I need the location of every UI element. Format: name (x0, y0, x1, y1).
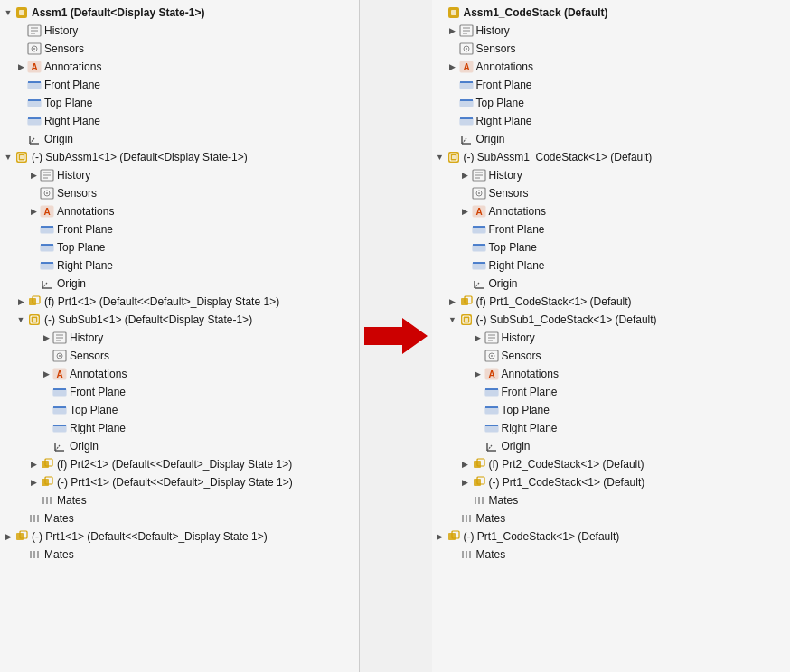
tree-toggle[interactable]: ▶ (40, 331, 52, 344)
tree-toggle[interactable] (27, 259, 40, 272)
tree-item[interactable]: History (0, 22, 359, 40)
tree-toggle[interactable] (447, 42, 459, 55)
tree-toggle[interactable] (27, 277, 40, 290)
tree-item[interactable]: ▼(-) SubSub1<1> (Default<Display State-1… (0, 311, 359, 329)
tree-item[interactable]: ▶AAnnotations (0, 365, 359, 383)
tree-toggle[interactable] (447, 97, 459, 109)
tree-item[interactable]: ▶History (432, 166, 791, 184)
tree-item[interactable]: Front Plane (432, 220, 791, 238)
tree-toggle[interactable] (14, 548, 27, 561)
tree-toggle[interactable]: ▼ (14, 313, 27, 326)
tree-toggle[interactable]: ▶ (27, 205, 40, 218)
tree-toggle[interactable] (434, 6, 447, 19)
tree-item[interactable]: ▶AAnnotations (432, 365, 791, 383)
tree-toggle[interactable]: ▶ (40, 368, 52, 380)
tree-toggle[interactable]: ▼ (2, 6, 14, 19)
tree-item[interactable]: Origin (0, 130, 359, 148)
tree-toggle[interactable] (472, 422, 484, 434)
tree-toggle[interactable] (459, 187, 472, 200)
tree-toggle[interactable] (459, 259, 472, 272)
tree-toggle[interactable] (447, 512, 459, 525)
tree-toggle[interactable]: ▶ (14, 295, 27, 308)
tree-item[interactable]: Assm1_CodeStack (Default) (432, 4, 791, 22)
tree-item[interactable]: ▼Assm1 (Default<Display State-1>) (0, 4, 359, 22)
tree-toggle[interactable]: ▶ (14, 61, 27, 73)
tree-item[interactable]: Sensors (0, 40, 359, 58)
tree-toggle[interactable] (27, 494, 40, 507)
tree-item[interactable]: Front Plane (0, 220, 359, 238)
tree-item[interactable]: Mates (0, 509, 359, 527)
tree-item[interactable]: Top Plane (432, 238, 791, 257)
tree-toggle[interactable] (459, 241, 472, 254)
tree-item[interactable]: Top Plane (432, 401, 791, 419)
tree-item[interactable]: Origin (432, 437, 791, 455)
tree-item[interactable]: Origin (432, 275, 791, 293)
tree-item[interactable]: ▼(-) SubAssm1<1> (Default<Display State-… (0, 148, 359, 166)
tree-item[interactable]: Right Plane (0, 257, 359, 275)
tree-item[interactable]: Origin (0, 275, 359, 293)
tree-toggle[interactable] (40, 350, 52, 362)
tree-toggle[interactable] (459, 277, 472, 290)
tree-item[interactable]: Top Plane (0, 401, 359, 419)
tree-item[interactable]: ▶(f) Prt2<1> (Default<<Default>_Display … (0, 455, 359, 473)
tree-item[interactable]: ▶(f) Prt1<1> (Default<<Default>_Display … (0, 293, 359, 311)
tree-item[interactable]: Mates (432, 546, 791, 564)
tree-toggle[interactable] (447, 548, 459, 561)
tree-toggle[interactable] (447, 79, 459, 91)
tree-toggle[interactable] (14, 115, 27, 127)
tree-item[interactable]: Front Plane (0, 383, 359, 401)
tree-toggle[interactable]: ▶ (447, 295, 459, 308)
tree-item[interactable]: Mates (432, 509, 791, 527)
tree-toggle[interactable]: ▶ (472, 368, 484, 380)
tree-item[interactable]: ▶AAnnotations (432, 58, 791, 76)
tree-toggle[interactable] (14, 133, 27, 145)
tree-toggle[interactable] (14, 512, 27, 525)
tree-item[interactable]: Sensors (432, 40, 791, 58)
tree-toggle[interactable] (472, 404, 484, 416)
tree-toggle[interactable] (40, 422, 52, 434)
tree-toggle[interactable] (447, 115, 459, 127)
tree-item[interactable]: ▶(f) Prt1_CodeStack<1> (Default) (432, 293, 791, 311)
tree-toggle[interactable]: ▶ (459, 205, 472, 218)
tree-item[interactable]: ▶History (432, 22, 791, 40)
tree-item[interactable]: Mates (432, 491, 791, 509)
tree-item[interactable]: Sensors (432, 184, 791, 202)
tree-toggle[interactable]: ▶ (27, 476, 40, 489)
tree-toggle[interactable] (459, 494, 472, 507)
tree-item[interactable]: Right Plane (0, 112, 359, 130)
tree-item[interactable]: Front Plane (432, 76, 791, 94)
tree-item[interactable]: Top Plane (0, 94, 359, 112)
tree-item[interactable]: Right Plane (432, 257, 791, 275)
tree-item[interactable]: Right Plane (432, 112, 791, 130)
tree-item[interactable]: Front Plane (432, 383, 791, 401)
tree-toggle[interactable] (472, 440, 484, 453)
tree-toggle[interactable] (40, 386, 52, 398)
tree-item[interactable]: Right Plane (0, 419, 359, 437)
tree-item[interactable]: Mates (0, 491, 359, 509)
tree-item[interactable]: Top Plane (0, 238, 359, 257)
tree-toggle[interactable]: ▶ (459, 458, 472, 471)
tree-item[interactable]: Sensors (432, 347, 791, 365)
tree-toggle[interactable]: ▶ (447, 24, 459, 37)
tree-toggle[interactable]: ▶ (27, 458, 40, 471)
tree-toggle[interactable]: ▼ (434, 151, 447, 163)
tree-item[interactable]: ▶AAnnotations (432, 202, 791, 220)
tree-item[interactable]: Front Plane (0, 76, 359, 94)
tree-item[interactable]: ▶History (0, 166, 359, 184)
tree-toggle[interactable] (14, 79, 27, 91)
tree-item[interactable]: ▶(-) Prt1<1> (Default<<Default>_Display … (0, 527, 359, 546)
tree-toggle[interactable]: ▼ (447, 313, 459, 326)
tree-item[interactable]: Sensors (0, 347, 359, 365)
tree-item[interactable]: ▼(-) SubAssm1_CodeStack<1> (Default) (432, 148, 791, 166)
tree-item[interactable]: ▼(-) SubSub1_CodeStack<1> (Default) (432, 311, 791, 329)
tree-item[interactable]: Mates (0, 546, 359, 564)
tree-toggle[interactable]: ▶ (472, 331, 484, 344)
tree-toggle[interactable] (27, 223, 40, 236)
tree-toggle[interactable] (14, 97, 27, 109)
tree-toggle[interactable] (14, 42, 27, 55)
tree-item[interactable]: ▶(-) Prt1_CodeStack<1> (Default) (432, 527, 791, 546)
tree-toggle[interactable]: ▶ (434, 530, 447, 543)
tree-toggle[interactable] (459, 223, 472, 236)
tree-item[interactable]: Origin (432, 130, 791, 148)
tree-toggle[interactable] (27, 241, 40, 254)
